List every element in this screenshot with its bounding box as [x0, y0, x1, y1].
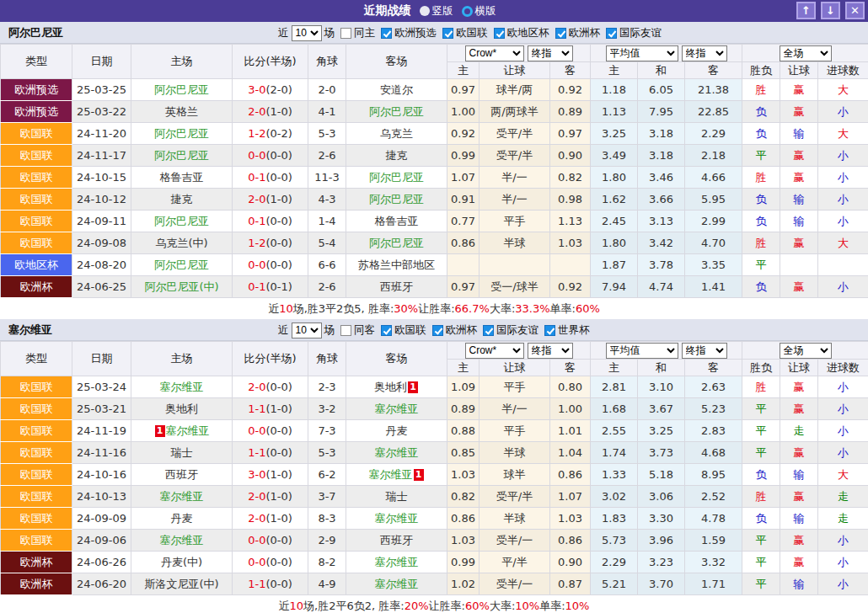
- match-row[interactable]: 欧国联24-10-16西班牙3-0(1-0)6-2塞尔维亚11.03球半0.86…: [1, 464, 868, 486]
- move-up-button[interactable]: ↑: [796, 2, 816, 19]
- match-row[interactable]: 欧洲杯24-06-25阿尔巴尼亚(中)0-1(0-1)2-6西班牙0.97受一/…: [1, 276, 868, 298]
- home-team-name: 塞尔维亚: [160, 381, 204, 393]
- league-filter-checkbox[interactable]: [494, 28, 505, 39]
- away-team-cell: 阿尔巴尼亚: [346, 189, 447, 211]
- corners-cell: 7-3: [308, 420, 346, 442]
- odds-time-select[interactable]: 终指: [528, 343, 573, 359]
- league-filter-checkbox[interactable]: [432, 325, 443, 336]
- column-header: 比分(半场): [233, 342, 308, 376]
- match-row[interactable]: 欧洲预选25-03-25阿尔巴尼亚3-0(2-0)2-0安道尔0.97球半/两0…: [1, 79, 868, 101]
- handicap-line: 两/两球半: [480, 101, 550, 123]
- avg-away-odds: 2.52: [685, 486, 742, 508]
- close-button[interactable]: ✕: [845, 2, 865, 19]
- score-cell: 0-0(0-0): [233, 420, 308, 442]
- match-count-select[interactable]: 10: [292, 25, 322, 41]
- handicap-line: 受一/球半: [480, 276, 550, 298]
- half-time-score: (1-0): [265, 512, 292, 525]
- home-team-cell: 格鲁吉亚: [131, 167, 233, 189]
- scope-select[interactable]: 全场: [780, 45, 832, 61]
- league-filter-checkbox[interactable]: [606, 28, 617, 39]
- home-team-name: 塞尔维亚: [160, 534, 204, 546]
- match-row[interactable]: 欧洲杯24-06-26丹麦(中)0-0(0-0)8-2塞尔维亚0.99平/半0.…: [1, 552, 868, 573]
- result-scope-group: 全场: [742, 342, 868, 360]
- match-row[interactable]: 欧国联25-03-21奥地利1-1(1-0)3-2塞尔维亚0.89半/一1.00…: [1, 398, 868, 420]
- avg-away-odds: 2.99: [685, 211, 742, 232]
- home-odds: 1.03: [447, 464, 480, 486]
- column-header: 日期: [72, 45, 131, 79]
- league-filter-checkbox[interactable]: [442, 28, 453, 39]
- league-filter-checkbox[interactable]: [381, 28, 392, 39]
- half-time-score: (0-0): [265, 424, 292, 437]
- league-type-badge: 欧国联: [1, 376, 72, 398]
- avg-home-odds: 3.02: [591, 486, 638, 508]
- home-team-name: 捷克: [171, 193, 193, 205]
- match-row[interactable]: 欧国联24-11-20阿尔巴尼亚1-2(0-2)5-3乌克兰0.92受平/半0.…: [1, 123, 868, 145]
- away-odds: 0.87: [550, 573, 591, 595]
- league-filter-checkbox[interactable]: [483, 325, 494, 336]
- full-time-score: 3-0: [248, 83, 265, 96]
- match-row[interactable]: 欧国联24-11-191塞尔维亚0-0(0-0)7-3丹麦0.88平手1.012…: [1, 420, 868, 442]
- match-row[interactable]: 欧国联24-09-11阿尔巴尼亚0-1(0-0)1-4格鲁吉亚0.77平手1.1…: [1, 211, 868, 232]
- league-type-badge: 欧国联: [1, 464, 72, 486]
- move-down-button[interactable]: ↓: [821, 2, 840, 19]
- match-date: 24-11-20: [72, 123, 131, 145]
- match-row[interactable]: 欧洲杯24-06-20斯洛文尼亚(中)1-1(0-0)4-9塞尔维亚1.02受半…: [1, 573, 868, 595]
- away-team-name: 阿尔巴尼亚: [369, 105, 424, 118]
- match-row[interactable]: 欧国联24-11-17阿尔巴尼亚0-0(0-0)2-6捷克0.99受平/半0.9…: [1, 145, 868, 167]
- match-row[interactable]: 欧国联24-09-06塞尔维亚0-0(0-0)2-9西班牙1.03受半/一0.8…: [1, 530, 868, 552]
- section-header: 阿尔巴尼亚近10场同主欧洲预选欧国联欧地区杯欧洲杯国际友谊: [0, 22, 868, 44]
- score-cell: 0-0(0-0): [233, 145, 308, 167]
- same-venue-checkbox[interactable]: [340, 325, 351, 336]
- league-filter-checkbox[interactable]: [381, 325, 392, 336]
- radio-vertical-layout[interactable]: 竖版: [420, 4, 453, 19]
- league-filter-checkbox[interactable]: [544, 325, 555, 336]
- window-buttons: ↑↓✕: [796, 2, 865, 19]
- away-team-name: 塞尔维亚: [369, 468, 413, 481]
- away-odds: 1.03: [550, 508, 591, 530]
- match-row[interactable]: 欧国联24-10-12捷克2-0(1-0)4-3阿尔巴尼亚0.91半/一0.98…: [1, 189, 868, 211]
- away-team-name: 瑞士: [386, 490, 408, 503]
- avg-away-odds: 4.70: [685, 232, 742, 254]
- score-cell: 0-0(0-0): [233, 530, 308, 552]
- sub-header: 胜负: [742, 62, 780, 79]
- sub-header: 主: [447, 62, 480, 79]
- match-row[interactable]: 欧洲预选25-03-22英格兰2-0(1-0)4-1阿尔巴尼亚1.00两/两球半…: [1, 101, 868, 123]
- home-team-cell: 斯洛文尼亚(中): [131, 573, 233, 595]
- win-draw-loss-result: 平: [742, 398, 780, 420]
- column-header: 角球: [308, 342, 346, 376]
- average-time-select[interactable]: 终指: [682, 45, 727, 61]
- average-select[interactable]: 平均值: [606, 45, 678, 61]
- home-team-cell: 塞尔维亚: [131, 530, 233, 552]
- radio-horizontal-layout[interactable]: 横版: [462, 4, 496, 19]
- sub-header: 客: [685, 62, 742, 79]
- match-row[interactable]: 欧国联24-10-13塞尔维亚2-0(1-0)3-7瑞士0.82受平/半1.07…: [1, 486, 868, 508]
- scope-select[interactable]: 全场: [780, 343, 832, 359]
- match-row[interactable]: 欧地区杯24-08-20阿尔巴尼亚0-0(0-0)6-6苏格兰中部地区1.873…: [1, 254, 868, 276]
- home-team-cell: 阿尔巴尼亚: [131, 145, 233, 167]
- match-row[interactable]: 欧国联24-09-08乌克兰(中)1-2(0-0)5-4阿尔巴尼亚0.86半球1…: [1, 232, 868, 254]
- page-title: 近期战绩: [364, 3, 411, 19]
- match-row[interactable]: 欧国联24-11-16瑞士1-1(0-0)5-3塞尔维亚0.85半球1.041.…: [1, 442, 868, 464]
- match-row[interactable]: 欧国联24-10-15格鲁吉亚0-1(0-0)11-3阿尔巴尼亚1.07半/一0…: [1, 167, 868, 189]
- handicap-result: 赢: [780, 376, 818, 398]
- average-time-select[interactable]: 终指: [682, 343, 727, 359]
- home-team-name: 英格兰: [165, 105, 198, 118]
- home-team-cell: 塞尔维亚: [131, 376, 233, 398]
- odds-source-select[interactable]: Crow*: [465, 45, 524, 61]
- home-team-cell: 奥地利: [131, 398, 233, 420]
- handicap-result: 赢: [780, 552, 818, 573]
- odds-source-select[interactable]: Crow*: [465, 343, 524, 359]
- average-select[interactable]: 平均值: [606, 343, 678, 359]
- match-date: 24-06-26: [72, 552, 131, 573]
- same-venue-checkbox[interactable]: [340, 28, 351, 39]
- column-header: 日期: [72, 342, 131, 376]
- full-time-score: 0-0: [248, 556, 265, 568]
- league-filter-label: 欧洲杯: [446, 323, 478, 338]
- league-filter-checkbox[interactable]: [555, 28, 566, 39]
- match-row[interactable]: 欧国联24-09-09丹麦2-0(1-0)8-3塞尔维亚0.86半球1.031.…: [1, 508, 868, 530]
- match-count-select[interactable]: 10: [292, 322, 322, 338]
- match-row[interactable]: 欧国联25-03-24塞尔维亚2-0(0-0)2-3奥地利11.09平手0.80…: [1, 376, 868, 398]
- home-team-cell: 西班牙: [131, 464, 233, 486]
- match-date: 24-06-25: [72, 276, 131, 298]
- odds-time-select[interactable]: 终指: [528, 45, 573, 61]
